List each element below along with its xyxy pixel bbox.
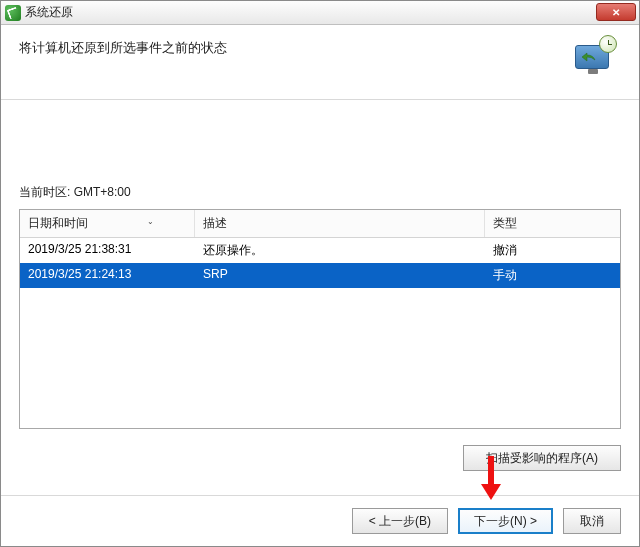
restore-points-grid[interactable]: 日期和时间 ⌄ 描述 类型 2019/3/25 21:38:31还原操作。撤消2… [19,209,621,429]
next-button[interactable]: 下一步(N) > [458,508,553,534]
cell-date: 2019/3/25 21:24:13 [20,263,195,288]
window-title: 系统还原 [25,4,73,21]
restore-icon [573,37,615,79]
table-row[interactable]: 2019/3/25 21:38:31还原操作。撤消 [20,238,620,263]
timezone-label: 当前时区: GMT+8:00 [19,184,621,201]
grid-header: 日期和时间 ⌄ 描述 类型 [20,210,620,238]
grid-body: 2019/3/25 21:38:31还原操作。撤消2019/3/25 21:24… [20,238,620,288]
cell-date: 2019/3/25 21:38:31 [20,238,195,263]
cancel-button[interactable]: 取消 [563,508,621,534]
col-header-type[interactable]: 类型 [485,210,620,237]
cell-desc: 还原操作。 [195,238,485,263]
close-button[interactable]: ✕ [596,3,636,21]
titlebar: 系统还原 ✕ [1,1,639,25]
cell-type: 撤消 [485,238,620,263]
back-button[interactable]: < 上一步(B) [352,508,448,534]
restore-app-icon [5,5,21,21]
close-icon: ✕ [612,7,620,18]
system-restore-window: 系统还原 ✕ 将计算机还原到所选事件之前的状态 当前时区: GMT+8:00 日… [0,0,640,547]
undo-arrow-icon [579,51,597,61]
cell-desc: SRP [195,263,485,288]
col-header-desc[interactable]: 描述 [195,210,485,237]
table-row[interactable]: 2019/3/25 21:24:13SRP手动 [20,263,620,288]
content-area: 当前时区: GMT+8:00 日期和时间 ⌄ 描述 类型 2019/3/25 2… [1,100,639,495]
col-header-date[interactable]: 日期和时间 ⌄ [20,210,195,237]
col-header-desc-label: 描述 [203,216,227,230]
clock-icon [599,35,617,53]
scan-button-row: 扫描受影响的程序(A) [19,429,621,471]
scan-affected-button[interactable]: 扫描受影响的程序(A) [463,445,621,471]
instruction-text: 将计算机还原到所选事件之前的状态 [19,37,573,57]
col-header-date-label: 日期和时间 [28,216,88,230]
col-header-type-label: 类型 [493,216,517,230]
cell-type: 手动 [485,263,620,288]
footer-buttons: < 上一步(B) 下一步(N) > 取消 [1,495,639,546]
header-panel: 将计算机还原到所选事件之前的状态 [1,25,639,100]
sort-indicator-icon: ⌄ [147,217,154,226]
